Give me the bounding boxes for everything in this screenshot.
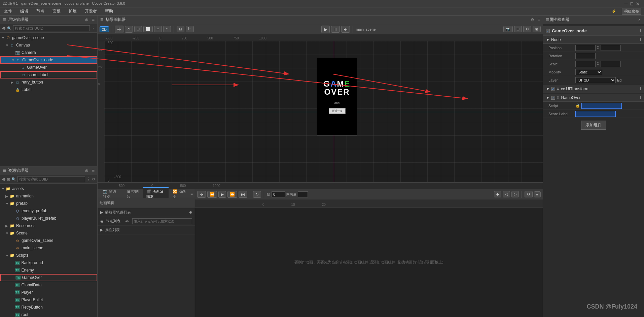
scale-tool[interactable]: ⊞ (134, 26, 142, 32)
gizmo-button[interactable]: ⚙ (523, 26, 531, 32)
asset-item-enemy-prefab[interactable]: ⬡ enemy_prefab (0, 207, 97, 215)
asset-item-playerbullet-ts[interactable]: TS PlayerBullet (0, 296, 97, 304)
asset-item-root-ts[interactable]: TS root (0, 311, 97, 317)
asset-item-main-scene[interactable]: ⊙ main_scene (0, 244, 97, 252)
anim-loop-btn[interactable]: ↻ (253, 191, 261, 198)
asset-item-scene[interactable]: ▼ 📁 Scene (0, 229, 97, 237)
camera-button[interactable]: ◉ (533, 26, 541, 32)
position-x-input[interactable]: 0 (575, 45, 596, 51)
assets-add-icon[interactable]: ⊕ (85, 168, 88, 173)
script-input[interactable]: GameOver.ts (581, 103, 622, 109)
anim-end-btn[interactable]: ⏭ (239, 191, 247, 198)
asset-item-enemy-ts[interactable]: TS Enemy (0, 266, 97, 274)
menu-edit[interactable]: 编辑 (19, 8, 30, 15)
grid-button[interactable]: ⊞ (514, 26, 522, 32)
mode-2d-button[interactable]: 2D (100, 26, 109, 32)
asset-item-animation[interactable]: ▶ 📁 animation (0, 192, 97, 200)
rotation-input[interactable]: 0 (575, 53, 596, 59)
score-label-input[interactable]: score_label (575, 111, 616, 117)
node-list-expand-icon[interactable]: ◉ (100, 219, 104, 223)
anim-play-btn[interactable]: ▶ (218, 191, 226, 198)
hierarchy-settings-icon[interactable]: ⊕ (85, 17, 88, 22)
tree-item-gameover[interactable]: □ GameOver (0, 64, 97, 71)
assets-refresh-icon[interactable]: ↻ (92, 177, 95, 182)
scene-settings-icon[interactable]: ⚙ (531, 18, 534, 22)
scale-y-input[interactable]: 1 (601, 61, 621, 67)
pause-button[interactable]: ⏸ (331, 26, 340, 33)
scene-canvas[interactable]: 500 0 -500 GAME OVER (104, 41, 543, 182)
asset-item-assets[interactable]: ▼ 📁 assets (0, 185, 97, 192)
assets-view-toggle[interactable]: ⋮ (86, 177, 91, 182)
transform-tool[interactable]: ⊕ (154, 26, 162, 32)
layer-select[interactable]: UI_2D (575, 77, 616, 83)
tree-item-canvas[interactable]: ▼ □ Canvas (0, 41, 97, 49)
menu-file[interactable]: 文件 (3, 8, 13, 15)
add-component-button[interactable]: 添加组件 (581, 121, 606, 130)
asset-item-resources[interactable]: ▶ 📁 Resources (0, 222, 97, 229)
scale-x-input[interactable]: 1 (575, 61, 596, 67)
asset-item-gameover-ts[interactable]: TS GameOver (0, 274, 97, 281)
interval-input[interactable]: 1 (298, 191, 308, 197)
assets-menu-icon[interactable]: ≡ (92, 168, 95, 173)
asset-item-globaldata-ts[interactable]: TS GlobalData (0, 281, 97, 289)
screenshot-button[interactable]: 📷 (503, 26, 513, 32)
layer-edit-icon[interactable]: Ed (617, 78, 621, 82)
inspector-back-btn[interactable]: ‹ (637, 17, 641, 23)
hierarchy-collapse-icon[interactable]: ⋮ (91, 26, 95, 31)
gameover-enabled[interactable] (551, 96, 555, 100)
tree-item-camera[interactable]: 📷 Camera (0, 49, 97, 56)
hierarchy-add-icon[interactable]: ⊕ (2, 26, 6, 31)
node-info-icon[interactable]: ℹ (640, 29, 641, 33)
maximize-button[interactable]: □ (629, 1, 635, 6)
camera-tool[interactable]: ⊢ (186, 26, 194, 32)
scene-menu-icon[interactable]: ≡ (538, 18, 540, 22)
node-section-info[interactable]: ℹ (640, 37, 641, 42)
asset-item-bullet-prefab[interactable]: ⬡ playerBullet_prefab (0, 215, 97, 222)
hierarchy-search-input[interactable] (13, 25, 90, 31)
asset-item-player-ts[interactable]: TS Player (0, 289, 97, 296)
menu-extend[interactable]: 扩展 (67, 8, 78, 15)
assets-search-input[interactable] (17, 176, 85, 182)
next-keyframe-btn[interactable]: ▷ (511, 191, 519, 197)
play-button[interactable]: ▶ (321, 26, 330, 33)
prev-keyframe-btn[interactable]: ◁ (503, 191, 510, 197)
uitransform-section-header[interactable]: ▼ ⚙ cc.UITransform ℹ (543, 85, 644, 93)
snap-tool[interactable]: ⊡ (177, 26, 184, 32)
mobility-select[interactable]: Static Stationary Movable (575, 69, 602, 75)
rotate-tool[interactable]: ↻ (125, 26, 133, 33)
add-track-icon[interactable]: ⊕ (189, 210, 192, 215)
retry-button-preview[interactable]: 再试一次 (329, 108, 346, 114)
assets-add-btn[interactable]: ⊕ (2, 177, 6, 182)
gameover-info-icon[interactable]: ℹ (640, 95, 641, 100)
anim-next-btn[interactable]: ⏩ (227, 191, 237, 198)
tree-item-score-label[interactable]: □ score_label (0, 71, 97, 78)
menu-node[interactable]: 节点 (35, 8, 46, 15)
node-section-header[interactable]: ▼ Node ℹ (543, 36, 644, 44)
expand-icon[interactable]: ▶ (100, 210, 103, 215)
uitransform-info-icon[interactable]: ℹ (640, 87, 641, 91)
asset-item-prefab[interactable]: ▼ 📁 prefab (0, 200, 97, 207)
tree-item-label[interactable]: 🔒 Label (0, 86, 97, 93)
asset-item-gameover-scene[interactable]: ⊙ gameOver_scene (0, 237, 97, 244)
build-publish-button[interactable]: 构建发布 (622, 8, 641, 15)
close-button[interactable]: ✕ (635, 1, 641, 6)
minimize-button[interactable]: ─ (623, 1, 629, 6)
tree-item-gameOver-scene[interactable]: ▼ ⊙ gameOver_scene (0, 34, 97, 41)
asset-item-retrybutton-ts[interactable]: TS RetryButton (0, 304, 97, 311)
asset-item-background-ts[interactable]: TS Background (0, 259, 97, 266)
tree-item-gameover-node[interactable]: ▼ □ GameOver_node (0, 56, 97, 64)
gameover-section-header[interactable]: ▼ ⚙ GameOver ℹ (543, 94, 644, 102)
anim-begin-btn[interactable]: ⏮ (197, 191, 206, 198)
assets-grid-icon[interactable]: ⊞ (7, 177, 10, 182)
menu-developer[interactable]: 开发者 (83, 8, 98, 15)
menu-help[interactable]: 帮助 (104, 8, 114, 15)
rect-tool[interactable]: ⬜ (143, 26, 153, 32)
bottom-panel-menu-icon[interactable]: ≡ (190, 191, 193, 196)
position-y-input[interactable]: 0 (601, 45, 621, 51)
move-tool[interactable]: ✛ (115, 26, 123, 33)
tree-item-retry-button[interactable]: ▶ □ retry_button (0, 78, 97, 86)
step-button[interactable]: ⏭ (341, 26, 350, 33)
add-keyframe-btn[interactable]: ◆ (494, 191, 501, 197)
menu-panel[interactable]: 面板 (51, 8, 62, 15)
anim-more-btn[interactable]: ≡ (534, 191, 541, 197)
